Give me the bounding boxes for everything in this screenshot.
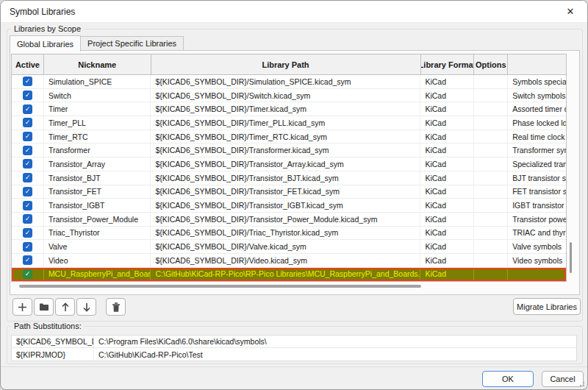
active-checkbox[interactable] — [23, 77, 32, 86]
options-cell[interactable] — [474, 143, 508, 157]
active-checkbox[interactable] — [23, 132, 32, 141]
library-path-cell[interactable]: ${KICAD6_SYMBOL_DIR}/Timer_PLL.kicad_sym — [151, 116, 420, 130]
library-format-cell[interactable]: KiCad — [420, 254, 474, 268]
library-format-cell[interactable]: KiCad — [420, 171, 474, 185]
table-row[interactable]: Transistor_BJT ${KICAD6_SYMBOL_DIR}/Tran… — [12, 171, 566, 185]
active-checkbox[interactable] — [23, 255, 32, 265]
nickname-cell[interactable]: Video — [44, 254, 151, 268]
table-row[interactable]: Simulation_SPICE ${KICAD6_SYMBOL_DIR}/Si… — [12, 75, 566, 89]
library-path-cell[interactable]: ${KICAD6_SYMBOL_DIR}/Transistor_IGBT.kic… — [151, 199, 420, 213]
table-row[interactable]: Transistor_IGBT ${KICAD6_SYMBOL_DIR}/Tra… — [12, 199, 566, 213]
table-row[interactable]: Video ${KICAD6_SYMBOL_DIR}/Video.kicad_s… — [12, 254, 566, 268]
nickname-cell[interactable]: Timer — [44, 102, 151, 116]
library-path-cell[interactable]: ${KICAD6_SYMBOL_DIR}/Video.kicad_sym — [151, 254, 420, 268]
library-path-cell[interactable]: ${KICAD6_SYMBOL_DIR}/Transistor_Array.ki… — [151, 157, 420, 171]
vertical-scrollbar-thumb[interactable] — [570, 242, 572, 273]
options-cell[interactable] — [474, 130, 508, 144]
options-cell[interactable] — [474, 157, 508, 171]
options-cell[interactable] — [474, 199, 508, 213]
description-cell[interactable] — [508, 268, 566, 282]
library-path-cell[interactable]: ${KICAD6_SYMBOL_DIR}/Timer.kicad_sym — [151, 102, 420, 116]
description-cell[interactable]: Transformer symb — [508, 143, 566, 157]
table-row[interactable]: Transformer ${KICAD6_SYMBOL_DIR}/Transfo… — [12, 143, 566, 157]
column-header-options[interactable]: Options — [474, 54, 508, 74]
close-icon[interactable]: ✕ — [562, 4, 578, 20]
nickname-cell[interactable]: Timer_RTC — [44, 130, 151, 144]
library-format-cell[interactable]: KiCad — [420, 240, 474, 254]
library-format-cell[interactable]: KiCad — [420, 199, 474, 213]
nickname-cell[interactable]: Simulation_SPICE — [44, 75, 151, 89]
tab-project-specific-libraries[interactable]: Project Specific Libraries — [81, 36, 184, 51]
vertical-scrollbar[interactable] — [568, 54, 574, 291]
description-cell[interactable]: Switch symbols — [508, 89, 566, 103]
description-cell[interactable]: BJT transistor symb — [508, 171, 566, 185]
description-cell[interactable]: Phase locked loop — [508, 116, 566, 130]
table-row[interactable]: Transistor_Array ${KICAD6_SYMBOL_DIR}/Tr… — [12, 157, 566, 171]
active-checkbox[interactable] — [23, 118, 32, 127]
column-header-active[interactable]: Active — [12, 54, 44, 74]
library-path-cell[interactable]: ${KICAD6_SYMBOL_DIR}/Valve.kicad_sym — [151, 240, 420, 254]
options-cell[interactable] — [474, 89, 508, 103]
table-row[interactable]: Switch ${KICAD6_SYMBOL_DIR}/Switch.kicad… — [12, 89, 566, 103]
browse-library-button[interactable] — [34, 298, 54, 316]
description-cell[interactable]: Video symbols — [508, 254, 566, 268]
library-format-cell[interactable]: KiCad — [420, 102, 474, 116]
table-row[interactable]: Triac_Thyristor ${KICAD6_SYMBOL_DIR}/Tri… — [12, 227, 566, 241]
nickname-cell[interactable]: Valve — [44, 240, 151, 254]
library-path-cell[interactable]: ${KICAD6_SYMBOL_DIR}/Transistor_Power_Mo… — [151, 213, 420, 227]
migrate-libraries-button[interactable]: Migrate Libraries — [513, 298, 581, 315]
active-checkbox[interactable] — [23, 146, 32, 155]
table-row[interactable]: Timer_RTC ${KICAD6_SYMBOL_DIR}/Timer_RTC… — [12, 130, 566, 144]
options-cell[interactable] — [474, 102, 508, 116]
library-path-cell[interactable]: ${KICAD6_SYMBOL_DIR}/Transformer.kicad_s… — [151, 143, 420, 157]
active-checkbox[interactable] — [23, 187, 32, 196]
table-row[interactable]: Transistor_FET ${KICAD6_SYMBOL_DIR}/Tran… — [12, 185, 566, 199]
library-path-cell[interactable]: ${KICAD6_SYMBOL_DIR}/Timer_RTC.kicad_sym — [151, 130, 420, 144]
options-cell[interactable] — [474, 268, 508, 282]
library-format-cell[interactable]: KiCad — [420, 89, 474, 103]
library-format-cell[interactable]: KiCad — [420, 185, 474, 199]
nickname-cell[interactable]: Transistor_IGBT — [44, 199, 151, 213]
description-cell[interactable]: Transistor power m — [508, 213, 566, 227]
options-cell[interactable] — [474, 254, 508, 268]
active-checkbox[interactable] — [23, 242, 32, 252]
description-cell[interactable]: IGBT transistor sym — [508, 199, 566, 213]
column-header-description[interactable] — [508, 54, 566, 74]
library-path-cell[interactable]: ${KICAD6_SYMBOL_DIR}/Switch.kicad_sym — [151, 89, 420, 103]
description-cell[interactable]: Valve symbols — [508, 240, 566, 254]
library-format-cell[interactable]: KiCad — [420, 157, 474, 171]
tab-global-libraries[interactable]: Global Libraries — [10, 35, 81, 52]
options-cell[interactable] — [474, 185, 508, 199]
description-cell[interactable]: Real time clock (RT — [508, 130, 566, 144]
library-format-cell[interactable]: KiCad — [420, 116, 474, 130]
delete-library-button[interactable] — [106, 298, 126, 316]
move-up-button[interactable] — [55, 298, 75, 316]
column-header-library-format[interactable]: Library Format — [421, 54, 475, 74]
library-format-cell[interactable]: KiCad — [420, 227, 474, 241]
ok-button[interactable]: OK — [482, 371, 534, 387]
active-checkbox[interactable] — [23, 201, 32, 210]
nickname-cell[interactable]: Transistor_FET — [44, 185, 151, 199]
library-format-cell[interactable]: KiCad — [420, 213, 474, 227]
nickname-cell[interactable]: Transistor_Array — [44, 157, 151, 171]
nickname-cell[interactable]: MCU_RaspberryPi_and_Boards — [44, 268, 151, 282]
column-header-nickname[interactable]: Nickname — [44, 54, 151, 74]
options-cell[interactable] — [474, 213, 508, 227]
library-format-cell[interactable]: KiCad — [420, 130, 474, 144]
options-cell[interactable] — [474, 171, 508, 185]
description-cell[interactable]: Specialized transist — [508, 157, 566, 171]
library-path-cell[interactable]: ${KICAD6_SYMBOL_DIR}/Transistor_BJT.kica… — [151, 171, 420, 185]
active-checkbox[interactable] — [23, 228, 32, 238]
active-checkbox[interactable] — [23, 104, 32, 114]
description-cell[interactable]: FET transistor symb — [508, 185, 566, 199]
table-row[interactable]: MCU_RaspberryPi_and_Boards C:\GitHub\KiC… — [12, 268, 566, 282]
library-path-cell[interactable]: ${KICAD6_SYMBOL_DIR}/Transistor_FET.kica… — [151, 185, 420, 199]
options-cell[interactable] — [474, 116, 508, 130]
table-row[interactable]: Timer ${KICAD6_SYMBOL_DIR}/Timer.kicad_s… — [12, 102, 566, 116]
nickname-cell[interactable]: Timer_PLL — [44, 116, 151, 130]
horizontal-scrollbar-thumb[interactable] — [19, 285, 421, 288]
library-path-cell[interactable]: ${KICAD6_SYMBOL_DIR}/Simulation_SPICE.ki… — [151, 75, 420, 89]
options-cell[interactable] — [474, 240, 508, 254]
add-library-button[interactable] — [12, 298, 32, 316]
active-checkbox[interactable] — [23, 91, 32, 100]
